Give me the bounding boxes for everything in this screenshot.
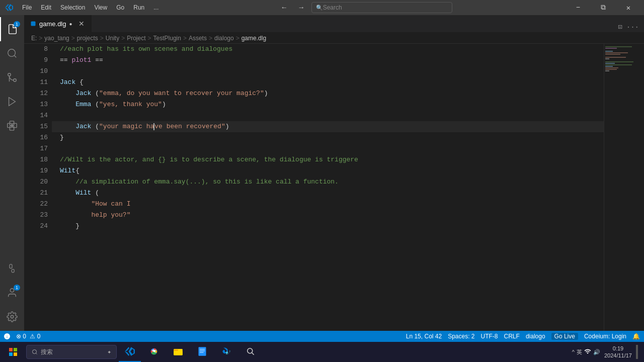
tray-arrow[interactable]: ^ bbox=[572, 349, 575, 355]
clock-time: 0:19 bbox=[604, 345, 632, 352]
cursor-position[interactable]: Ln 15, Col 42 bbox=[406, 333, 442, 340]
codeium-status[interactable]: Codeium: Login bbox=[584, 333, 626, 340]
code-line-22: "How can I bbox=[52, 199, 604, 210]
svg-marker-3 bbox=[9, 98, 16, 106]
taskbar-search[interactable]: 搜索 ✦ bbox=[26, 345, 117, 359]
files-badge: 1 bbox=[14, 21, 20, 27]
menu-file[interactable]: File bbox=[18, 0, 36, 15]
window-close-button[interactable]: ✕ bbox=[617, 0, 640, 15]
warnings-count: ⚠ 0 bbox=[28, 333, 40, 340]
svg-rect-12 bbox=[14, 348, 17, 351]
menu-bar: File Edit Selection View Go Run ... bbox=[18, 0, 163, 15]
activity-extensions[interactable] bbox=[0, 114, 24, 138]
taskbar-chrome[interactable] bbox=[143, 342, 165, 362]
taskbar-magnify[interactable] bbox=[239, 342, 262, 362]
taskbar-notepad[interactable] bbox=[191, 342, 213, 362]
language-indicator[interactable]: dialogo bbox=[526, 333, 545, 340]
vscode-icon bbox=[4, 3, 14, 13]
clock-date: 2024/11/17 bbox=[604, 352, 632, 359]
tray-sound[interactable]: 🔊 bbox=[593, 349, 600, 355]
editor-area: game.dlg ● ✕ ⊡ ··· E: > yao_tang > proje… bbox=[24, 15, 644, 331]
tab-game-dlg[interactable]: game.dlg ● ✕ bbox=[24, 15, 92, 32]
activity-source-control[interactable] bbox=[0, 65, 24, 89]
status-right: Ln 15, Col 42 Spaces: 2 UTF-8 CRLF dialo… bbox=[406, 333, 640, 340]
split-editor-button[interactable]: ⊡ bbox=[617, 22, 623, 32]
minimap-content bbox=[604, 44, 644, 74]
errors-status[interactable]: ⊗ 0 ⚠ 0 bbox=[16, 333, 40, 340]
svg-rect-19 bbox=[174, 349, 178, 351]
activity-settings[interactable] bbox=[0, 305, 24, 329]
svg-point-9 bbox=[11, 315, 14, 318]
breadcrumb-dialogo[interactable]: dialogo bbox=[214, 35, 234, 42]
menu-view[interactable]: View bbox=[90, 0, 111, 15]
svg-rect-22 bbox=[200, 349, 205, 349]
status-left: ⊗ 0 ⚠ 0 bbox=[4, 333, 40, 340]
encoding-indicator[interactable]: UTF-8 bbox=[481, 333, 498, 340]
minimap bbox=[604, 44, 644, 331]
spaces-indicator[interactable]: Spaces: 2 bbox=[448, 333, 474, 340]
breadcrumb-unity[interactable]: Unity bbox=[106, 35, 119, 42]
nav-back-button[interactable]: ← bbox=[277, 0, 291, 15]
tab-close-button[interactable]: ✕ bbox=[77, 20, 86, 28]
titlebar-left: File Edit Selection View Go Run ... bbox=[4, 0, 163, 15]
window-minimize-button[interactable]: − bbox=[567, 0, 590, 15]
svg-point-15 bbox=[33, 350, 37, 354]
activity-run[interactable] bbox=[0, 89, 24, 114]
breadcrumb-user[interactable]: yao_tang bbox=[44, 35, 69, 42]
code-line-23: help you?" bbox=[52, 210, 604, 221]
breadcrumb-project[interactable]: Project bbox=[127, 35, 145, 42]
code-line-17 bbox=[52, 143, 604, 154]
nav-forward-button[interactable]: → bbox=[294, 0, 308, 15]
code-line-21: Wilt ( bbox=[52, 188, 604, 199]
breadcrumb-assets[interactable]: Assets bbox=[189, 35, 207, 42]
menu-go[interactable]: Go bbox=[112, 0, 128, 15]
tray-lang[interactable]: 英 bbox=[577, 348, 582, 356]
tray-network[interactable] bbox=[584, 348, 591, 356]
taskbar-time[interactable]: 0:19 2024/11/17 bbox=[604, 345, 632, 359]
menu-edit[interactable]: Edit bbox=[37, 0, 55, 15]
svg-rect-24 bbox=[200, 352, 204, 352]
cortana-icon: ✦ bbox=[107, 349, 111, 355]
svg-rect-11 bbox=[9, 348, 13, 351]
code-content[interactable]: //each plot has its own scenes and dialo… bbox=[52, 44, 604, 331]
errors-count: ⊗ 0 bbox=[16, 333, 26, 340]
breadcrumb-projects[interactable]: projects bbox=[77, 35, 98, 42]
activity-accounts[interactable]: 1 bbox=[0, 281, 24, 305]
svg-rect-14 bbox=[14, 352, 17, 356]
taskbar: 搜索 ✦ ^ 英 🔊 0:19 2024/11/17 bbox=[0, 342, 644, 362]
activity-remote[interactable] bbox=[0, 256, 24, 281]
activity-search[interactable] bbox=[0, 41, 24, 65]
go-live-button[interactable]: Go Live bbox=[551, 333, 578, 340]
code-editor[interactable]: 8 9 10 11 12 13 14 15 16 17 18 19 20 21 … bbox=[24, 44, 644, 331]
code-line-24: } bbox=[52, 221, 604, 232]
breadcrumb: E: > yao_tang > projects > Unity > Proje… bbox=[24, 33, 644, 44]
taskbar-edge[interactable] bbox=[215, 342, 237, 362]
breadcrumb-testplugin[interactable]: TestPlugin bbox=[153, 35, 181, 42]
accounts-badge: 1 bbox=[14, 285, 20, 291]
main-layout: 1 1 bbox=[0, 15, 644, 331]
search-bar[interactable]: 🔍 Search bbox=[311, 2, 452, 13]
menu-more[interactable]: ... bbox=[149, 0, 163, 15]
code-line-14 bbox=[52, 110, 604, 121]
breadcrumb-drive[interactable]: E: bbox=[31, 35, 37, 42]
taskbar-explorer[interactable] bbox=[167, 342, 189, 362]
remote-status[interactable] bbox=[4, 333, 10, 339]
code-line-12: Jack ("emma, do you want to recover your… bbox=[52, 88, 604, 99]
notification-bell[interactable]: 🔔 bbox=[632, 333, 640, 340]
titlebar: File Edit Selection View Go Run ... ← → … bbox=[0, 0, 644, 15]
activity-files[interactable]: 1 bbox=[0, 17, 24, 41]
show-desktop[interactable] bbox=[636, 345, 638, 359]
menu-run[interactable]: Run bbox=[129, 0, 148, 15]
breadcrumb-file[interactable]: game.dlg bbox=[242, 35, 266, 42]
svg-point-0 bbox=[8, 49, 16, 57]
line-ending-indicator[interactable]: CRLF bbox=[504, 333, 520, 340]
window-restore-button[interactable]: ⧉ bbox=[592, 0, 615, 15]
line-numbers: 8 9 10 11 12 13 14 15 16 17 18 19 20 21 … bbox=[24, 44, 52, 331]
start-button[interactable] bbox=[2, 342, 24, 362]
menu-selection[interactable]: Selection bbox=[56, 0, 89, 15]
tab-more-button[interactable]: ··· bbox=[625, 22, 640, 32]
taskbar-vscode[interactable] bbox=[119, 342, 141, 362]
titlebar-center: ← → 🔍 Search bbox=[277, 0, 452, 15]
sys-tray: ^ 英 🔊 bbox=[572, 348, 600, 356]
svg-point-8 bbox=[10, 289, 14, 292]
